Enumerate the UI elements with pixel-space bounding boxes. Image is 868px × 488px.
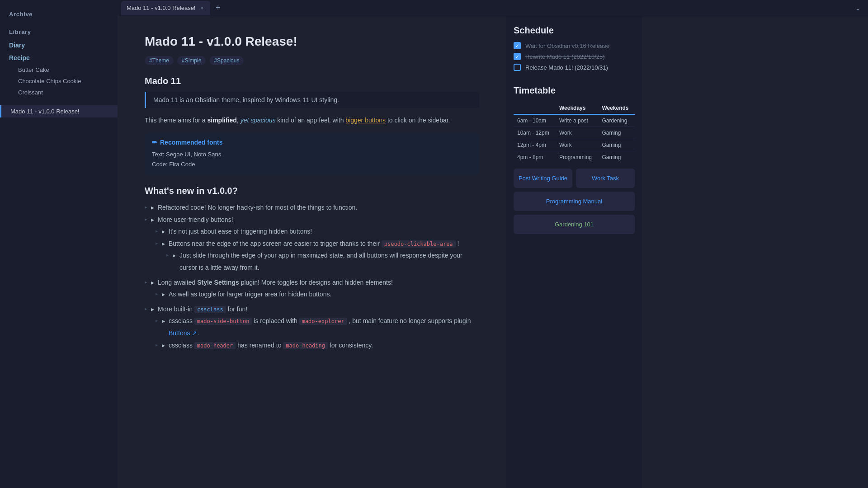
- bullet-list: ▸ Refactored code! No longer hacky-ish f…: [145, 202, 479, 351]
- list-item: ▸ As well as toggle for larger trigger a…: [156, 288, 479, 300]
- schedule-checkbox-2[interactable]: ✓: [514, 53, 521, 60]
- list-item-text: It's not just about ease of triggering h…: [169, 225, 312, 238]
- timetable-weekday-3: Work: [556, 139, 598, 151]
- callout-icon: ✏: [152, 139, 157, 146]
- sub-list: ▸ It's not just about ease of triggering…: [145, 225, 479, 273]
- timetable-title: Timetable: [514, 85, 635, 96]
- bullet-icon: ▸: [162, 238, 165, 250]
- callout-line2: Code: Fira Code: [152, 160, 472, 169]
- page-title: Mado 11 - v1.0.0 Release!: [145, 34, 479, 49]
- list-item-text: More built-in cssclass for fun!: [158, 303, 247, 315]
- list-item: ▸ Buttons near the edge of the app scree…: [156, 238, 479, 250]
- list-item: ▸ More user-friendly buttons!: [145, 214, 479, 226]
- post-writing-guide-button[interactable]: Post Writing Guide: [514, 169, 572, 188]
- work-task-button[interactable]: Work Task: [576, 169, 635, 188]
- tag-spacious[interactable]: #Spacious: [209, 56, 244, 65]
- sidebar-archive-label: Archive: [0, 7, 118, 21]
- sidebar-item-croissant[interactable]: Croissant: [0, 87, 118, 98]
- list-item: ▸ More built-in cssclass for fun!: [145, 303, 479, 315]
- timetable-header-weekdays: Weekdays: [556, 102, 598, 114]
- main-area: Mado 11 - v1.0.0 Release! × + ⌄ Mado 11 …: [118, 0, 868, 488]
- bullet-icon: ▸: [162, 288, 165, 300]
- bullet-icon: ▸: [162, 315, 165, 327]
- tab-dropdown-button[interactable]: ⌄: [852, 5, 864, 12]
- blockquote: Mado 11 is an Obsidian theme, inspired b…: [145, 92, 479, 108]
- tags-row: #Theme #Simple #Spacious: [145, 56, 479, 65]
- bullet-icon: ▸: [151, 214, 154, 226]
- list-item-text: cssclass mado-header has renamed to mado…: [169, 339, 373, 352]
- tag-simple[interactable]: #Simple: [177, 56, 206, 65]
- bullet-icon: ▸: [151, 277, 154, 289]
- schedule-label-1: Wait for Obsidian v0.16 Release: [525, 42, 609, 49]
- gardening-101-button[interactable]: Gardening 101: [514, 215, 635, 234]
- list-item: ▸ It's not just about ease of triggering…: [156, 225, 479, 238]
- callout-fonts: ✏ Recommended fonts Text: Segoe UI, Noto…: [145, 133, 479, 175]
- sidebar-item-mado-release[interactable]: Mado 11 - v1.0.0 Release!: [0, 105, 118, 117]
- list-item-text: Refactored code! No longer hacky-ish for…: [158, 202, 357, 214]
- timetable-weekday-1: Write a post: [556, 114, 598, 127]
- sidebar-item-chocolate-chips-cookie[interactable]: Chocolate Chips Cookie: [0, 75, 118, 87]
- timetable-time-4: 4pm - 8pm: [514, 151, 556, 164]
- list-item: ▸ Refactored code! No longer hacky-ish f…: [145, 202, 479, 214]
- sidebar-item-recipe[interactable]: Recipe: [0, 52, 118, 64]
- timetable-time-3: 12pm - 4pm: [514, 139, 556, 151]
- timetable-weekday-2: Work: [556, 127, 598, 139]
- timetable-weekend-1: Gardening: [598, 114, 635, 127]
- schedule-item-2: ✓ Rewrite Mado 11 (2022/10/25): [514, 53, 635, 60]
- timetable-weekend-3: Gaming: [598, 139, 635, 151]
- bullet-icon: ▸: [173, 249, 176, 262]
- list-item-text: cssclass mado-side-button is replaced wi…: [169, 315, 479, 339]
- list-item: ▸ Long awaited Style Settings plugin! Mo…: [145, 277, 479, 289]
- tag-theme[interactable]: #Theme: [145, 56, 174, 65]
- schedule-checkbox-3[interactable]: [514, 64, 521, 71]
- tab-close-button[interactable]: ×: [199, 5, 204, 11]
- bullet-icon: ▸: [162, 225, 165, 238]
- schedule-label-3: Release Mado 11! (2022/10/31): [525, 64, 608, 71]
- list-item-text: As well as toggle for larger trigger are…: [169, 288, 331, 300]
- schedule-item-1: ✓ Wait for Obsidian v0.16 Release: [514, 42, 635, 49]
- tab-label: Mado 11 - v1.0.0 Release!: [127, 5, 195, 11]
- timetable-time-1: 6am - 10am: [514, 114, 556, 127]
- sidebar-item-diary[interactable]: Diary: [0, 39, 118, 52]
- sidebar-library-label: Library: [0, 25, 118, 39]
- timetable-header-time: [514, 102, 556, 114]
- schedule-checkbox-1[interactable]: ✓: [514, 42, 521, 49]
- body-text-intro: This theme aims for a simplified, yet sp…: [145, 115, 479, 126]
- table-row: 10am - 12pm Work Gaming: [514, 127, 635, 139]
- content-area: Mado 11 - v1.0.0 Release! #Theme #Simple…: [118, 16, 506, 488]
- right-panel: Schedule ✓ Wait for Obsidian v0.16 Relea…: [506, 16, 642, 488]
- section1-heading: Mado 11: [145, 76, 479, 86]
- timetable-weekend-2: Gaming: [598, 127, 635, 139]
- tab-bar: Mado 11 - v1.0.0 Release! × + ⌄: [118, 0, 868, 16]
- bullet-icon: ▸: [151, 202, 154, 214]
- sidebar: Archive Library Diary Recipe Butter Cake…: [0, 0, 118, 488]
- list-item-text: More user-friendly buttons!: [158, 214, 233, 226]
- sub-sub-list: ▸ Just slide through the edge of your ap…: [156, 249, 479, 273]
- tab-mado-release[interactable]: Mado 11 - v1.0.0 Release! ×: [121, 1, 210, 15]
- list-item: ▸ Just slide through the edge of your ap…: [166, 249, 479, 273]
- section2-heading: What's new in v1.0.0?: [145, 186, 479, 196]
- table-row: 6am - 10am Write a post Gardening: [514, 114, 635, 127]
- timetable-header-weekends: Weekends: [598, 102, 635, 114]
- sub-list: ▸ cssclass mado-side-button is replaced …: [145, 315, 479, 351]
- list-item-text: Buttons near the edge of the app screen …: [169, 238, 459, 250]
- schedule-title: Schedule: [514, 25, 635, 36]
- schedule-item-3: Release Mado 11! (2022/10/31): [514, 64, 635, 71]
- callout-title-text: Recommended fonts: [160, 139, 222, 146]
- table-row: 4pm - 8pm Programming Gaming: [514, 151, 635, 164]
- bullet-icon: ▸: [151, 303, 154, 315]
- timetable: Weekdays Weekends 6am - 10am Write a pos…: [514, 102, 635, 163]
- list-item: ▸ cssclass mado-header has renamed to ma…: [156, 339, 479, 352]
- tab-add-button[interactable]: +: [213, 3, 223, 13]
- bullet-icon: ▸: [162, 339, 165, 352]
- programming-manual-button[interactable]: Programming Manual: [514, 192, 635, 211]
- timetable-time-2: 10am - 12pm: [514, 127, 556, 139]
- schedule-section: Schedule ✓ Wait for Obsidian v0.16 Relea…: [514, 25, 635, 75]
- list-item: ▸ cssclass mado-side-button is replaced …: [156, 315, 479, 339]
- table-row: 12pm - 4pm Work Gaming: [514, 139, 635, 151]
- sub-list: ▸ As well as toggle for larger trigger a…: [145, 288, 479, 300]
- timetable-weekday-4: Programming: [556, 151, 598, 164]
- sidebar-item-butter-cake[interactable]: Butter Cake: [0, 64, 118, 75]
- callout-line1: Text: Segoe UI, Noto Sans: [152, 150, 472, 160]
- list-item-text: Long awaited Style Settings plugin! More…: [158, 277, 393, 289]
